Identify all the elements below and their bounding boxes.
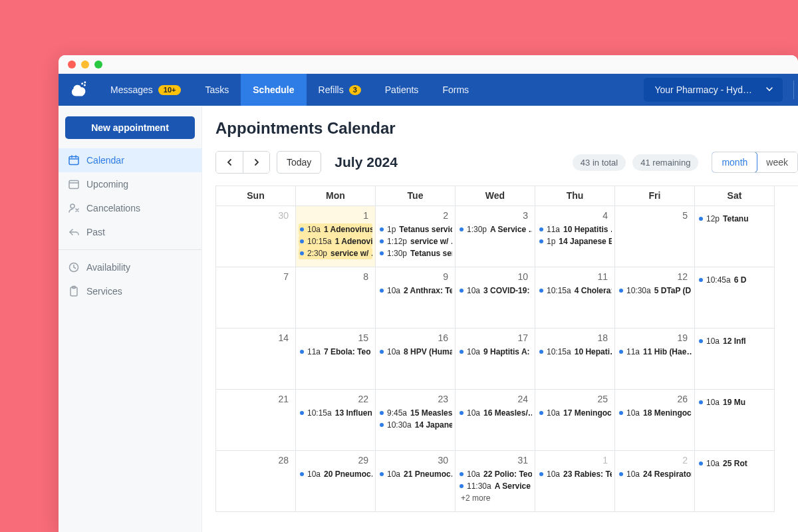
nav-forms[interactable]: Forms [430, 74, 481, 106]
calendar-cell[interactable]: 1810:15a10 Hepati… [535, 329, 615, 390]
calendar-event[interactable]: 10:15a13 Influen… [299, 407, 372, 419]
pharmacy-select[interactable]: Your Pharmacy - Hyd… [644, 78, 783, 102]
calendar-cell[interactable]: 1911a11 Hib (Hae… [615, 329, 695, 390]
sidebar-item-past[interactable]: Past [59, 220, 201, 244]
calendar-cell[interactable]: 1210:30a5 DTaP (Di… [615, 267, 695, 329]
calendar-event[interactable]: 10a19 Mu [698, 396, 771, 408]
calendar-event[interactable]: 10a3 COVID-19: … [458, 285, 532, 297]
calendar-cell[interactable]: 28 [216, 451, 296, 512]
calendar-event[interactable]: 1:12pservice w/ … [378, 235, 452, 247]
calendar-cell[interactable]: 2210:15a13 Influen… [296, 390, 376, 451]
more-events[interactable]: +2 more [458, 492, 532, 504]
calendar-cell[interactable]: 110a23 Rabies: Te… [535, 451, 615, 512]
calendar-cell[interactable]: 5 [615, 206, 695, 267]
calendar-event[interactable]: 1:30pA Service … [458, 223, 532, 235]
calendar-cell[interactable]: 10a19 Mu [695, 390, 775, 451]
calendar-event[interactable]: 11:30aA Service … [458, 480, 532, 492]
sidebar-item-services[interactable]: Services [59, 279, 201, 303]
calendar-cell[interactable]: 110a1 Adenovirus…10:15a1 Adenovi…2:30pse… [296, 206, 376, 267]
calendar-cell[interactable]: 2410a16 Measles/… [456, 390, 535, 451]
calendar-cell[interactable]: 31:30pA Service … [456, 206, 535, 267]
close-icon[interactable] [68, 61, 76, 68]
calendar-cell[interactable]: 12pTetanu [695, 206, 775, 267]
calendar-event[interactable]: 10:30a14 Japane… [378, 419, 452, 431]
calendar-cell[interactable]: 10:45a6 D [695, 267, 775, 329]
nav-messages[interactable]: Messages 10+ [98, 74, 193, 106]
calendar-event[interactable]: 10a17 Meningoc… [538, 407, 612, 419]
nav-schedule[interactable]: Schedule [241, 74, 306, 106]
calendar-event[interactable]: 10:15a4 Cholera:… [538, 285, 612, 297]
nav-refills[interactable]: Refills 3 [307, 74, 373, 106]
calendar-event[interactable]: 10a1 Adenovirus… [299, 223, 372, 235]
day-number: 9 [378, 270, 452, 285]
calendar-event[interactable]: 1p14 Japanese E… [538, 235, 612, 247]
calendar-event[interactable]: 10:30a5 DTaP (Di… [618, 285, 692, 297]
calendar-cell[interactable]: 10a25 Rot [695, 451, 775, 512]
calendar-event[interactable]: 11a10 Hepatitis … [538, 223, 612, 235]
calendar-event[interactable]: 11a11 Hib (Hae… [618, 346, 692, 358]
app-logo[interactable] [59, 74, 98, 106]
calendar-event[interactable]: 10a22 Polio: Teo … [458, 468, 532, 480]
calendar-cell[interactable]: 2910a20 Pneumoc… [296, 451, 376, 512]
calendar-cell[interactable]: 21 [216, 390, 296, 451]
calendar-cell[interactable]: 14 [216, 329, 296, 390]
calendar-event[interactable]: 2:30pservice w/ … [299, 247, 372, 259]
calendar-cell[interactable]: 10a12 Infl [695, 329, 775, 390]
calendar-event[interactable]: 12pTetanu [698, 213, 771, 225]
calendar-cell[interactable]: 1710a9 Haptitis A: … [456, 329, 535, 390]
calendar-cell[interactable]: 21pTetanus servic…1:12pservice w/ …1:30p… [376, 206, 456, 267]
calendar-event[interactable]: 11a7 Ebola: Teo … [299, 346, 372, 358]
calendar-cell[interactable]: 210a24 Respirator… [615, 451, 695, 512]
calendar-event[interactable]: 10a20 Pneumoc… [299, 468, 372, 480]
calendar-cell[interactable]: 8 [296, 267, 376, 329]
calendar-event[interactable]: 9:45a15 Measles… [378, 407, 452, 419]
today-button[interactable]: Today [277, 151, 321, 174]
event-time: 10a [626, 469, 640, 479]
nav-patients[interactable]: Patients [373, 74, 431, 106]
calendar-event[interactable]: 10a25 Rot [698, 458, 771, 469]
calendar-event[interactable]: 10a21 Pneumoc… [378, 468, 452, 480]
maximize-icon[interactable] [94, 61, 102, 68]
sidebar-item-calendar[interactable]: Calendar [59, 148, 201, 172]
calendar-cell[interactable]: 411a10 Hepatitis …1p14 Japanese E… [535, 206, 615, 267]
calendar-event[interactable]: 10a24 Respirator… [618, 468, 692, 480]
view-month-button[interactable]: month [712, 152, 757, 173]
sidebar-item-availability[interactable]: Availability [59, 255, 201, 279]
next-month-button[interactable] [243, 152, 269, 173]
view-week-button[interactable]: week [757, 152, 797, 172]
calendar-event[interactable]: 10a18 Meningoc… [618, 407, 692, 419]
calendar-event[interactable]: 10a8 HPV (Huma… [378, 346, 452, 358]
calendar-event[interactable]: 1:30pTetanus ser… [378, 247, 452, 259]
nav-tasks[interactable]: Tasks [193, 74, 241, 106]
sidebar-item-cancelations[interactable]: Cancelations [59, 196, 201, 220]
prev-month-button[interactable] [216, 152, 243, 173]
calendar-cell[interactable]: 3110a22 Polio: Teo …11:30aA Service …+2 … [456, 451, 535, 512]
calendar-cell[interactable]: 2610a18 Meningoc… [615, 390, 695, 451]
calendar-cell[interactable]: 239:45a15 Measles…10:30a14 Japane… [376, 390, 456, 451]
calendar-cell[interactable]: 2510a17 Meningoc… [535, 390, 615, 451]
calendar-event[interactable]: 10a23 Rabies: Te… [538, 468, 612, 480]
calendar-cell[interactable]: 1010a3 COVID-19: … [456, 267, 535, 329]
calendar-event[interactable]: 10a9 Haptitis A: … [458, 346, 532, 358]
calendar-event[interactable]: 10a16 Measles/… [458, 407, 532, 419]
calendar-cell[interactable]: 30 [216, 206, 296, 267]
calendar-event[interactable]: 1pTetanus servic… [378, 223, 452, 235]
calendar-event[interactable]: 10:15a1 Adenovi… [299, 235, 372, 247]
calendar-cell[interactable]: 1110:15a4 Cholera:… [535, 267, 615, 329]
event-time: 10:15a [307, 408, 332, 418]
calendar-cell[interactable]: 1610a8 HPV (Huma… [376, 329, 456, 390]
event-title: 11 Hib (Hae… [643, 347, 692, 356]
calendar-header: SunMonTueWedThuFriSat [216, 186, 798, 206]
calendar-event[interactable]: 10:45a6 D [698, 274, 771, 286]
calendar-cell[interactable]: 910a2 Anthrax: Te… [376, 267, 456, 329]
reply-icon [68, 226, 80, 238]
calendar-cell[interactable]: 1511a7 Ebola: Teo … [296, 329, 376, 390]
sidebar-item-upcoming[interactable]: Upcoming [59, 172, 201, 196]
minimize-icon[interactable] [81, 61, 89, 68]
calendar-cell[interactable]: 7 [216, 267, 296, 329]
new-appointment-button[interactable]: New appointment [65, 116, 195, 139]
calendar-cell[interactable]: 3010a21 Pneumoc… [376, 451, 456, 512]
calendar-event[interactable]: 10:15a10 Hepati… [538, 346, 612, 358]
calendar-event[interactable]: 10a2 Anthrax: Te… [378, 285, 452, 297]
calendar-event[interactable]: 10a12 Infl [698, 335, 771, 347]
